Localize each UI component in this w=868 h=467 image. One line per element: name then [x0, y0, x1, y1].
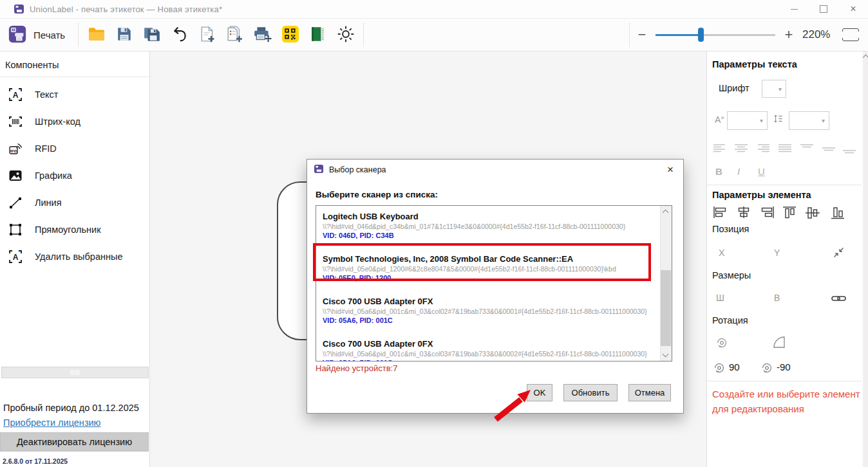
- cancel-button[interactable]: Отмена: [628, 384, 671, 401]
- valign-bottom-icon[interactable]: [842, 143, 856, 154]
- sidebar-item-label: Текст: [35, 89, 59, 100]
- sidebar-item-text[interactable]: A Текст: [0, 81, 149, 108]
- new-document-button[interactable]: [197, 23, 217, 47]
- sidebar-item-rectangle[interactable]: Прямоугольник: [0, 216, 149, 243]
- element-align-right-icon[interactable]: [758, 206, 775, 219]
- device-list-item[interactable]: Cisco 700 USB Adapter 0FX \\?\hid#vid_05…: [316, 291, 661, 333]
- rotate-cw-value[interactable]: 90: [729, 362, 740, 372]
- divider: [707, 185, 862, 185]
- valign-middle-icon[interactable]: [822, 143, 836, 154]
- sidebar-item-label: Штрих-код: [35, 116, 80, 127]
- svg-text:RFID: RFID: [10, 150, 17, 153]
- align-right-icon[interactable]: [756, 143, 770, 154]
- rotation-angle-icon[interactable]: [771, 334, 787, 350]
- titlebar: UnionLabel - печать этикеток — Новая эти…: [0, 0, 868, 19]
- sidebar-item-barcode[interactable]: Штрих-код: [0, 108, 149, 135]
- sidebar-item-rfid[interactable]: RFID RFID: [0, 135, 149, 162]
- scroll-up-icon[interactable]: [663, 210, 669, 216]
- toolbar-separator: [629, 23, 630, 47]
- panel-scrollbar[interactable]: [863, 51, 868, 467]
- element-align-top-icon[interactable]: [782, 206, 797, 220]
- element-align-bottom-icon[interactable]: [830, 206, 845, 220]
- toolbar-separator: [363, 23, 364, 47]
- scan-qr-button[interactable]: [280, 23, 300, 47]
- catalog-button[interactable]: [308, 23, 328, 47]
- sidebar-item-image[interactable]: Графика: [0, 162, 149, 189]
- italic-button[interactable]: I: [737, 166, 740, 177]
- properties-panel: Параметры текста Шрифт ▾ A° ▾ ▾ B I U Па…: [706, 51, 868, 467]
- maximize-button[interactable]: [809, 0, 838, 18]
- save-all-button[interactable]: [142, 23, 162, 47]
- rotate-cw-icon[interactable]: [712, 361, 726, 375]
- image-icon: [8, 169, 23, 183]
- close-button[interactable]: ×: [838, 0, 868, 18]
- valign-top-icon[interactable]: [800, 143, 814, 154]
- zoom-slider[interactable]: [656, 28, 775, 42]
- bold-button[interactable]: B: [715, 166, 722, 177]
- deactivate-license-button[interactable]: Деактивировать лицензию: [0, 432, 149, 452]
- printer-icon: A: [8, 24, 27, 46]
- sidebar-item-label: Графика: [35, 170, 72, 181]
- undo-button[interactable]: [169, 23, 189, 47]
- rotate-ccw-value[interactable]: -90: [777, 362, 791, 372]
- align-justify-icon[interactable]: [778, 143, 792, 154]
- ok-button[interactable]: OK: [527, 384, 552, 401]
- device-path: \\?\hid#vid_05e0&pid_1200#6&2c8e8047&5&0…: [323, 265, 661, 273]
- link-dimensions-icon[interactable]: [831, 295, 846, 302]
- font-dropdown[interactable]: ▾: [762, 80, 786, 98]
- device-list-item-highlighted[interactable]: Symbol Technologies, Inc, 2008 Symbol Ba…: [316, 248, 661, 291]
- add-printer-icon: [253, 26, 272, 44]
- minimize-button[interactable]: [779, 0, 809, 18]
- rotation-label: Ротация: [712, 315, 748, 325]
- add-printer-button[interactable]: [252, 23, 272, 47]
- fit-to-window-button[interactable]: [842, 28, 859, 41]
- device-name: Logitech USB Keyboard: [323, 212, 661, 221]
- device-list-item[interactable]: Cisco 700 USB Adapter 0FX \\?\hid#vid_05…: [316, 333, 661, 362]
- device-name: Symbol Technologies, Inc, 2008 Symbol Ba…: [323, 254, 661, 264]
- settings-button[interactable]: [335, 23, 355, 47]
- scan-qr-icon: [282, 26, 299, 44]
- font-label: Шрифт: [719, 83, 750, 93]
- scroll-up-icon[interactable]: [863, 55, 868, 61]
- sidebar-item-line[interactable]: Линия: [0, 189, 149, 216]
- sidebar-item-label: Линия: [35, 197, 62, 208]
- rectangle-icon: [8, 223, 23, 237]
- rotate-ccw-icon[interactable]: [760, 361, 774, 375]
- element-align-left-icon[interactable]: [713, 206, 730, 219]
- print-button[interactable]: A Печать: [0, 21, 74, 49]
- collapse-arrows-icon[interactable]: [833, 247, 844, 258]
- save-all-icon: [143, 26, 161, 44]
- sidebar-header: Компоненты: [0, 51, 149, 77]
- rotate-free-icon[interactable]: [715, 336, 729, 350]
- dialog-close-icon[interactable]: ×: [657, 160, 683, 180]
- save-button[interactable]: [114, 23, 134, 47]
- underline-button[interactable]: U: [758, 166, 765, 177]
- font-size-dropdown[interactable]: ▾: [727, 111, 768, 130]
- device-path: \\?\hid#vid_05a6&pid_001c&mi_03&col02#7&…: [323, 307, 661, 315]
- buy-license-link[interactable]: Приобрести лицензию: [3, 417, 101, 428]
- rfid-icon: RFID: [8, 142, 23, 156]
- element-align-center-v-icon[interactable]: [805, 206, 820, 220]
- new-document-icon: [199, 26, 216, 44]
- zoom-out-button[interactable]: −: [634, 28, 650, 42]
- element-align-center-h-icon[interactable]: [735, 206, 752, 219]
- device-name: Cisco 700 USB Adapter 0FX: [323, 297, 661, 306]
- line-height-dropdown[interactable]: ▾: [789, 111, 829, 130]
- open-folder-button[interactable]: [86, 23, 106, 47]
- scrollbar-thumb[interactable]: [661, 270, 671, 346]
- barcode-icon: [8, 114, 23, 129]
- svg-text:A: A: [13, 253, 19, 262]
- zoom-in-button[interactable]: +: [780, 28, 797, 42]
- zoom-slider-handle[interactable]: [698, 28, 704, 42]
- svg-text:A: A: [13, 91, 19, 100]
- refresh-button[interactable]: Обновить: [563, 384, 618, 401]
- save-icon: [116, 26, 133, 44]
- version-text: 2.6.8.0 от 17.11.2025: [3, 457, 68, 465]
- scroll-down-icon[interactable]: [663, 351, 669, 358]
- new-label-button[interactable]: [225, 23, 245, 47]
- align-center-icon[interactable]: [734, 143, 748, 154]
- list-scrollbar[interactable]: [660, 206, 672, 361]
- device-list-item[interactable]: Logitech USB Keyboard \\?\hid#vid_046d&p…: [316, 206, 661, 248]
- sidebar-item-delete-selected[interactable]: A Удалить выбранные: [0, 243, 149, 270]
- align-left-icon[interactable]: [713, 143, 727, 154]
